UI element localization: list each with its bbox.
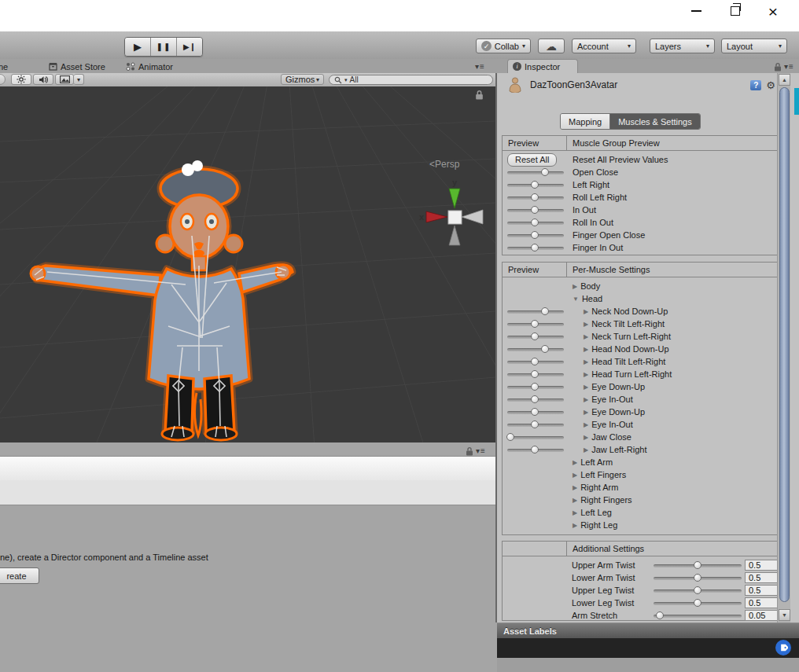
preview-slider[interactable] [507,357,564,366]
preview-slider[interactable] [507,180,564,189]
layout-dropdown[interactable]: Layout ▾ [721,39,787,53]
preview-slider[interactable] [507,407,564,417]
gizmos-dropdown[interactable]: Gizmos ▾ [281,74,324,85]
tab-mapping[interactable]: Mapping [561,114,610,129]
perspective-toggle[interactable]: <Persp [429,159,459,170]
slider-thumb[interactable] [531,218,539,226]
collab-button[interactable]: ✓ Collab ▾ [476,39,531,53]
preview-slider[interactable] [654,611,742,620]
setting-value-field[interactable]: 0.5 [745,572,778,583]
scrollbar-thumb[interactable] [779,87,790,602]
preview-slider[interactable] [507,332,564,341]
layers-dropdown[interactable]: Layers ▾ [650,39,715,53]
preview-slider[interactable] [654,573,742,582]
slider-thumb[interactable] [531,446,539,454]
slider-thumb[interactable] [531,370,539,378]
preview-slider[interactable] [507,395,564,404]
restore-button[interactable] [717,0,753,22]
preview-slider[interactable] [507,205,564,215]
slider-thumb[interactable] [541,307,549,315]
pause-button[interactable]: ❚❚ [151,38,177,56]
foldout-closed-icon[interactable]: ▶ [573,459,577,466]
gear-icon[interactable]: ⚙ [766,79,775,91]
scene-lighting-toggle[interactable] [11,74,31,85]
slider-thumb[interactable] [531,320,539,328]
slider-thumb[interactable] [531,358,539,365]
preview-slider[interactable] [507,344,564,354]
scene-effects-dropdown[interactable]: ▾ [74,74,84,85]
slider-thumb[interactable] [531,408,539,416]
setting-value-field[interactable]: 0.05 [745,610,778,621]
minimize-button[interactable] [678,0,714,22]
step-button[interactable]: ▶❙ [177,38,202,56]
foldout-closed-icon[interactable]: ▶ [584,346,588,353]
scene-effects-toggle[interactable] [55,74,74,85]
foldout-closed-icon[interactable]: ▶ [584,409,588,416]
preview-slider[interactable] [507,230,564,240]
slider-thumb[interactable] [531,193,539,201]
slider-thumb[interactable] [531,181,539,189]
setting-value-field[interactable]: 0.5 [745,560,778,571]
preview-slider[interactable] [507,193,564,202]
foldout-open-icon[interactable]: ▼ [573,296,579,303]
timeline-panel-controls[interactable]: ▾≡ [466,445,486,457]
foldout-closed-icon[interactable]: ▶ [584,421,588,428]
setting-value-field[interactable]: 0.5 [745,597,778,608]
slider-thumb[interactable] [531,244,539,252]
inspector-scrollbar[interactable]: ▲ ▼ [777,73,790,622]
foldout-closed-icon[interactable]: ▶ [584,384,588,391]
preview-slider[interactable] [507,445,564,454]
foldout-closed-icon[interactable]: ▶ [584,308,588,315]
slider-thumb[interactable] [531,231,539,239]
tab-inspector[interactable]: i Inspector [507,59,578,73]
tab-animator[interactable]: Animator [126,61,173,72]
setting-value-field[interactable]: 0.5 [745,585,778,596]
foldout-closed-icon[interactable]: ▶ [573,472,577,479]
preview-slider[interactable] [507,432,564,442]
preview-slider[interactable] [507,420,564,429]
foldout-closed-icon[interactable]: ▶ [573,484,577,491]
preview-slider[interactable] [507,307,564,316]
slider-thumb[interactable] [656,611,664,619]
scene-orientation-gizmo[interactable]: y x [419,178,483,245]
preview-slider[interactable] [654,598,742,608]
slider-thumb[interactable] [694,574,701,582]
slider-thumb[interactable] [541,168,549,176]
preview-slider[interactable] [507,218,564,227]
scene-search-field[interactable]: ▾ All [329,75,493,85]
tab-asset-store[interactable]: Asset Store [49,61,105,72]
slider-thumb[interactable] [531,332,539,340]
scene-panel-menu[interactable]: ▾≡ [475,61,485,72]
foldout-closed-icon[interactable]: ▶ [584,396,588,403]
foldout-closed-icon[interactable]: ▶ [573,283,577,290]
foldout-closed-icon[interactable]: ▶ [573,509,577,516]
slider-thumb[interactable] [531,420,539,428]
slider-thumb[interactable] [694,599,701,607]
foldout-closed-icon[interactable]: ▶ [573,497,577,504]
preview-slider[interactable] [654,560,742,570]
close-button[interactable]: × [755,0,791,22]
preview-slider[interactable] [507,369,564,379]
tab-scene-partial[interactable]: ne [0,61,8,72]
foldout-closed-icon[interactable]: ▶ [573,522,577,529]
preview-slider[interactable] [507,167,564,177]
preview-slider[interactable] [507,243,564,252]
reset-all-button[interactable]: Reset All [507,153,557,167]
preview-slider[interactable] [507,382,564,391]
slider-thumb[interactable] [541,345,549,353]
scene-lock-icon[interactable] [475,90,484,100]
slider-thumb[interactable] [531,395,539,403]
scene-audio-toggle[interactable] [33,74,53,85]
scroll-down-button[interactable]: ▼ [779,609,790,621]
account-dropdown[interactable]: Account ▾ [572,39,636,53]
play-button[interactable]: ▶ [125,38,151,56]
slider-thumb[interactable] [531,383,539,391]
asset-label-tag-button[interactable] [775,640,791,655]
foldout-closed-icon[interactable]: ▶ [584,371,588,378]
foldout-closed-icon[interactable]: ▶ [584,434,588,441]
create-timeline-button[interactable]: reate [0,567,39,584]
slider-thumb[interactable] [531,206,539,214]
cloud-button[interactable]: ☁ [538,39,565,53]
preview-slider[interactable] [507,319,564,329]
tab-muscles-settings[interactable]: Muscles & Settings [610,114,700,129]
